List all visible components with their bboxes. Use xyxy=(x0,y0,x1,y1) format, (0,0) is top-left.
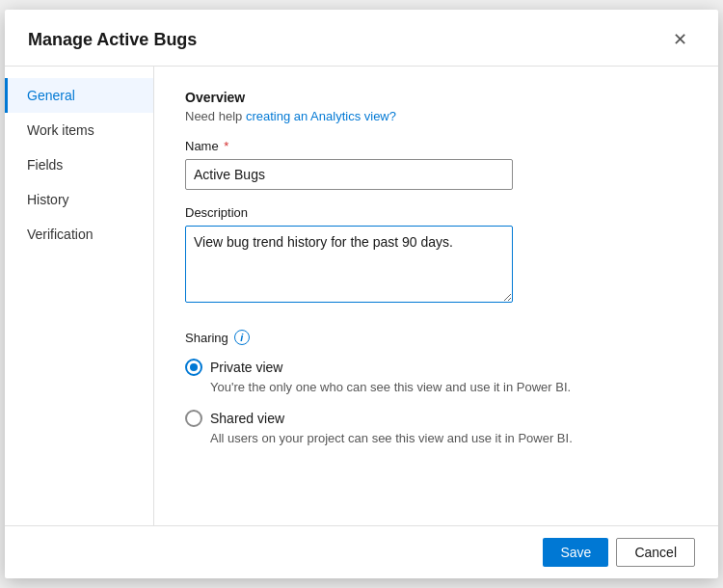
shared-view-label: Shared view xyxy=(210,411,284,426)
description-input[interactable]: View bug trend history for the past 90 d… xyxy=(185,226,513,303)
dialog-title: Manage Active Bugs xyxy=(28,30,197,50)
private-view-option: Private view You're the only one who can… xyxy=(185,359,687,394)
sharing-info-icon: i xyxy=(234,330,250,345)
close-button[interactable]: ✕ xyxy=(665,27,695,52)
dialog-body: General Work items Fields History Verifi… xyxy=(5,67,718,525)
sharing-label: Sharing i xyxy=(185,330,687,345)
dialog: Manage Active Bugs ✕ General Work items … xyxy=(5,10,718,578)
private-view-label: Private view xyxy=(210,360,282,375)
required-asterisk: * xyxy=(221,139,229,153)
dialog-header: Manage Active Bugs ✕ xyxy=(5,10,718,67)
shared-view-description: All users on your project can see this v… xyxy=(210,431,687,445)
shared-view-radio[interactable] xyxy=(185,410,202,427)
sidebar-item-fields[interactable]: Fields xyxy=(5,147,153,182)
shared-view-row[interactable]: Shared view xyxy=(185,410,687,427)
private-view-row[interactable]: Private view xyxy=(185,359,687,376)
name-input[interactable] xyxy=(185,159,513,190)
private-view-radio[interactable] xyxy=(185,359,202,376)
sidebar: General Work items Fields History Verifi… xyxy=(5,67,154,525)
cancel-button[interactable]: Cancel xyxy=(616,538,695,567)
help-link[interactable]: creating an Analytics view? xyxy=(246,109,396,123)
help-text: Need help creating an Analytics view? xyxy=(185,109,687,123)
private-view-description: You're the only one who can see this vie… xyxy=(210,380,687,394)
shared-view-option: Shared view All users on your project ca… xyxy=(185,410,687,445)
sidebar-item-work-items[interactable]: Work items xyxy=(5,113,153,147)
sidebar-item-general[interactable]: General xyxy=(5,78,153,113)
main-content: Overview Need help creating an Analytics… xyxy=(154,67,718,525)
sidebar-item-history[interactable]: History xyxy=(5,182,153,217)
overview-title: Overview xyxy=(185,90,687,105)
sidebar-item-verification[interactable]: Verification xyxy=(5,217,153,252)
sharing-section: Sharing i Private view You're the only o… xyxy=(185,330,687,445)
dialog-overlay: Manage Active Bugs ✕ General Work items … xyxy=(0,0,723,588)
save-button[interactable]: Save xyxy=(543,538,608,567)
name-label: Name * xyxy=(185,139,687,153)
dialog-footer: Save Cancel xyxy=(5,525,718,578)
description-label: Description xyxy=(185,205,687,220)
